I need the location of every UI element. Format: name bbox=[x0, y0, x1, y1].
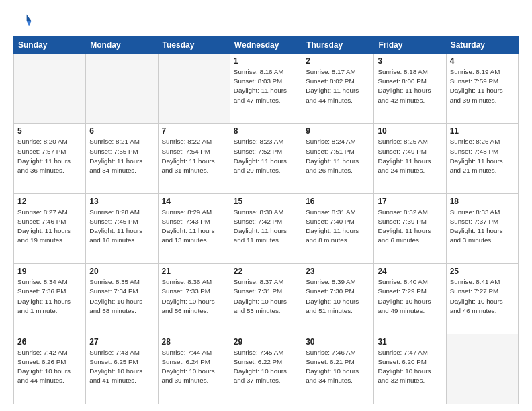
logo-icon bbox=[13, 11, 32, 30]
calendar-cell: 24Sunrise: 8:40 AMSunset: 7:29 PMDayligh… bbox=[374, 264, 446, 334]
calendar-cell: 6Sunrise: 8:21 AMSunset: 7:55 PMDaylight… bbox=[86, 124, 158, 193]
calendar-cell: 2Sunrise: 8:17 AMSunset: 8:02 PMDaylight… bbox=[302, 54, 374, 124]
day-number: 7 bbox=[162, 126, 226, 136]
header-wednesday: Wednesday bbox=[230, 37, 302, 54]
day-number: 31 bbox=[378, 337, 442, 347]
calendar-cell: 30Sunrise: 7:46 AMSunset: 6:21 PMDayligh… bbox=[302, 334, 374, 404]
page: Sunday Monday Tuesday Wednesday Thursday… bbox=[0, 0, 532, 411]
day-number: 26 bbox=[17, 337, 82, 347]
header-sunday: Sunday bbox=[14, 37, 86, 54]
day-number: 25 bbox=[450, 267, 515, 276]
day-info: Sunrise: 8:19 AMSunset: 7:59 PMDaylight:… bbox=[450, 67, 515, 105]
calendar-cell: 17Sunrise: 8:32 AMSunset: 7:39 PMDayligh… bbox=[374, 193, 446, 263]
day-number: 27 bbox=[89, 337, 154, 347]
day-info: Sunrise: 8:32 AMSunset: 7:39 PMDaylight:… bbox=[378, 208, 442, 246]
logo bbox=[13, 11, 35, 30]
day-number: 19 bbox=[17, 267, 82, 276]
day-info: Sunrise: 8:40 AMSunset: 7:29 PMDaylight:… bbox=[378, 277, 442, 316]
day-info: Sunrise: 8:23 AMSunset: 7:52 PMDaylight:… bbox=[234, 137, 298, 175]
calendar-cell: 16Sunrise: 8:31 AMSunset: 7:40 PMDayligh… bbox=[302, 193, 374, 263]
day-number: 2 bbox=[306, 56, 370, 66]
svg-marker-1 bbox=[27, 21, 32, 26]
week-row-4: 19Sunrise: 8:34 AMSunset: 7:36 PMDayligh… bbox=[14, 264, 519, 334]
day-info: Sunrise: 7:46 AMSunset: 6:21 PMDaylight:… bbox=[306, 348, 370, 386]
calendar-cell: 31Sunrise: 7:47 AMSunset: 6:20 PMDayligh… bbox=[374, 334, 446, 404]
day-number: 30 bbox=[306, 337, 370, 347]
day-number: 1 bbox=[234, 56, 298, 66]
calendar-cell bbox=[158, 54, 230, 124]
week-row-2: 5Sunrise: 8:20 AMSunset: 7:57 PMDaylight… bbox=[14, 124, 519, 193]
day-number: 22 bbox=[234, 267, 298, 276]
calendar-cell: 12Sunrise: 8:27 AMSunset: 7:46 PMDayligh… bbox=[14, 193, 86, 263]
day-info: Sunrise: 8:20 AMSunset: 7:57 PMDaylight:… bbox=[17, 137, 82, 175]
calendar-cell: 29Sunrise: 7:45 AMSunset: 6:22 PMDayligh… bbox=[230, 334, 302, 404]
day-info: Sunrise: 8:33 AMSunset: 7:37 PMDaylight:… bbox=[450, 208, 515, 246]
calendar-cell: 5Sunrise: 8:20 AMSunset: 7:57 PMDaylight… bbox=[14, 124, 86, 193]
day-info: Sunrise: 8:29 AMSunset: 7:43 PMDaylight:… bbox=[162, 208, 226, 246]
calendar-cell: 21Sunrise: 8:36 AMSunset: 7:33 PMDayligh… bbox=[158, 264, 230, 334]
day-info: Sunrise: 8:41 AMSunset: 7:27 PMDaylight:… bbox=[450, 277, 515, 316]
calendar-cell: 18Sunrise: 8:33 AMSunset: 7:37 PMDayligh… bbox=[446, 193, 518, 263]
calendar-cell: 23Sunrise: 8:39 AMSunset: 7:30 PMDayligh… bbox=[302, 264, 374, 334]
calendar-cell bbox=[446, 334, 518, 404]
calendar-cell: 28Sunrise: 7:44 AMSunset: 6:24 PMDayligh… bbox=[158, 334, 230, 404]
day-number: 17 bbox=[378, 197, 442, 206]
day-number: 20 bbox=[89, 267, 154, 276]
day-info: Sunrise: 7:42 AMSunset: 6:26 PMDaylight:… bbox=[17, 348, 82, 386]
day-info: Sunrise: 8:22 AMSunset: 7:54 PMDaylight:… bbox=[162, 137, 226, 175]
calendar-cell: 1Sunrise: 8:16 AMSunset: 8:03 PMDaylight… bbox=[230, 54, 302, 124]
calendar-cell: 14Sunrise: 8:29 AMSunset: 7:43 PMDayligh… bbox=[158, 193, 230, 263]
day-info: Sunrise: 8:24 AMSunset: 7:51 PMDaylight:… bbox=[306, 137, 370, 175]
week-row-5: 26Sunrise: 7:42 AMSunset: 6:26 PMDayligh… bbox=[14, 334, 519, 404]
calendar-cell: 10Sunrise: 8:25 AMSunset: 7:49 PMDayligh… bbox=[374, 124, 446, 193]
calendar-cell: 3Sunrise: 8:18 AMSunset: 8:00 PMDaylight… bbox=[374, 54, 446, 124]
header-monday: Monday bbox=[86, 37, 158, 54]
header-saturday: Saturday bbox=[446, 37, 518, 54]
calendar-table: Sunday Monday Tuesday Wednesday Thursday… bbox=[13, 36, 519, 404]
header bbox=[13, 11, 519, 30]
calendar-cell: 11Sunrise: 8:26 AMSunset: 7:48 PMDayligh… bbox=[446, 124, 518, 193]
header-thursday: Thursday bbox=[302, 37, 374, 54]
calendar-cell: 9Sunrise: 8:24 AMSunset: 7:51 PMDaylight… bbox=[302, 124, 374, 193]
calendar-cell: 26Sunrise: 7:42 AMSunset: 6:26 PMDayligh… bbox=[14, 334, 86, 404]
header-tuesday: Tuesday bbox=[158, 37, 230, 54]
calendar-header-row: Sunday Monday Tuesday Wednesday Thursday… bbox=[14, 37, 519, 54]
day-info: Sunrise: 8:28 AMSunset: 7:45 PMDaylight:… bbox=[89, 208, 154, 246]
day-info: Sunrise: 7:45 AMSunset: 6:22 PMDaylight:… bbox=[234, 348, 298, 386]
day-info: Sunrise: 7:47 AMSunset: 6:20 PMDaylight:… bbox=[378, 348, 442, 386]
week-row-1: 1Sunrise: 8:16 AMSunset: 8:03 PMDaylight… bbox=[14, 54, 519, 124]
day-number: 18 bbox=[450, 197, 515, 206]
calendar-cell: 4Sunrise: 8:19 AMSunset: 7:59 PMDaylight… bbox=[446, 54, 518, 124]
day-number: 14 bbox=[162, 197, 226, 206]
day-number: 10 bbox=[378, 126, 442, 136]
day-number: 5 bbox=[17, 126, 82, 136]
day-info: Sunrise: 8:35 AMSunset: 7:34 PMDaylight:… bbox=[89, 277, 154, 316]
calendar-cell: 15Sunrise: 8:30 AMSunset: 7:42 PMDayligh… bbox=[230, 193, 302, 263]
day-info: Sunrise: 8:17 AMSunset: 8:02 PMDaylight:… bbox=[306, 67, 370, 105]
day-info: Sunrise: 8:16 AMSunset: 8:03 PMDaylight:… bbox=[234, 67, 298, 105]
day-number: 16 bbox=[306, 197, 370, 206]
day-number: 24 bbox=[378, 267, 442, 276]
svg-marker-0 bbox=[27, 15, 32, 21]
calendar-cell: 19Sunrise: 8:34 AMSunset: 7:36 PMDayligh… bbox=[14, 264, 86, 334]
calendar-cell: 20Sunrise: 8:35 AMSunset: 7:34 PMDayligh… bbox=[86, 264, 158, 334]
day-number: 8 bbox=[234, 126, 298, 136]
day-number: 23 bbox=[306, 267, 370, 276]
day-info: Sunrise: 7:44 AMSunset: 6:24 PMDaylight:… bbox=[162, 348, 226, 386]
calendar-cell bbox=[14, 54, 86, 124]
calendar-cell: 27Sunrise: 7:43 AMSunset: 6:25 PMDayligh… bbox=[86, 334, 158, 404]
day-info: Sunrise: 7:43 AMSunset: 6:25 PMDaylight:… bbox=[89, 348, 154, 386]
day-number: 28 bbox=[162, 337, 226, 347]
day-number: 29 bbox=[234, 337, 298, 347]
day-number: 9 bbox=[306, 126, 370, 136]
day-info: Sunrise: 8:18 AMSunset: 8:00 PMDaylight:… bbox=[378, 67, 442, 105]
day-number: 12 bbox=[17, 197, 82, 206]
day-info: Sunrise: 8:26 AMSunset: 7:48 PMDaylight:… bbox=[450, 137, 515, 175]
calendar-cell bbox=[86, 54, 158, 124]
day-number: 6 bbox=[89, 126, 154, 136]
day-info: Sunrise: 8:39 AMSunset: 7:30 PMDaylight:… bbox=[306, 277, 370, 316]
day-number: 3 bbox=[378, 56, 442, 66]
day-info: Sunrise: 8:34 AMSunset: 7:36 PMDaylight:… bbox=[17, 277, 82, 316]
calendar-cell: 8Sunrise: 8:23 AMSunset: 7:52 PMDaylight… bbox=[230, 124, 302, 193]
calendar-cell: 22Sunrise: 8:37 AMSunset: 7:31 PMDayligh… bbox=[230, 264, 302, 334]
